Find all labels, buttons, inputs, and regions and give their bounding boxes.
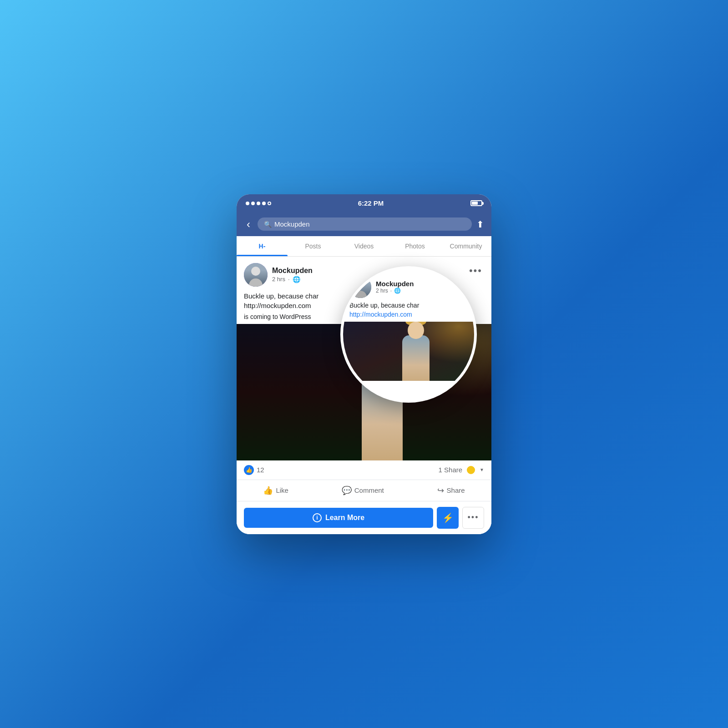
like-thumb-icon: 👍 bbox=[244, 465, 254, 475]
like-label: Like bbox=[276, 486, 288, 494]
search-text: Mockupden bbox=[274, 220, 310, 228]
post-meta: Mockupden 2 hrs · 🌐 bbox=[272, 267, 313, 283]
battery-indicator bbox=[470, 200, 482, 206]
share-action-icon: ↪ bbox=[437, 485, 444, 495]
comment-icon: 💬 bbox=[342, 485, 352, 495]
dropdown-arrow-icon: ▼ bbox=[480, 467, 484, 472]
zoom-more-icon: ••• bbox=[455, 282, 468, 292]
like-button[interactable]: 👍 Like bbox=[256, 482, 296, 499]
zoom-visibility-icon: 🌐 bbox=[394, 288, 401, 294]
zoom-username: Mockupden bbox=[376, 280, 414, 288]
search-icon: 🔍 bbox=[264, 221, 272, 228]
share-action-button[interactable]: ↪ Share bbox=[430, 482, 472, 499]
zoom-avatar bbox=[349, 276, 371, 298]
like-icon: 👍 bbox=[263, 485, 273, 495]
zoom-link[interactable]: http://mockupden.com bbox=[349, 311, 468, 318]
zoom-circle: Mockupden 2 hrs · 🌐 ••• Buckle up, becau… bbox=[340, 266, 477, 403]
post-username: Mockupden bbox=[272, 267, 313, 275]
more-options-button[interactable]: ••• bbox=[462, 507, 484, 529]
share-label: Share bbox=[447, 486, 465, 494]
post-time-row: 2 hrs · 🌐 bbox=[272, 276, 313, 283]
learn-more-button[interactable]: i Learn More bbox=[244, 508, 433, 528]
status-time: 6:22 PM bbox=[358, 199, 384, 207]
status-bar: 6:22 PM bbox=[237, 194, 491, 212]
zoom-caption: Buckle up, because char bbox=[349, 302, 468, 309]
phone-frame: 6:22 PM ‹ 🔍 Mockupden ⬆ H- Posts Videos … bbox=[237, 194, 491, 534]
likes-count: 👍 12 bbox=[244, 465, 264, 475]
back-button[interactable]: ‹ bbox=[244, 217, 253, 232]
tab-bar: H- Posts Videos Photos Community bbox=[237, 236, 491, 257]
more-options-icon: ••• bbox=[468, 513, 479, 522]
visibility-icon: 🌐 bbox=[293, 276, 300, 283]
share-avatar bbox=[466, 465, 476, 475]
post-caption-text: Buckle up, because char bbox=[244, 292, 318, 300]
comment-button[interactable]: 💬 Comment bbox=[334, 482, 391, 499]
zoom-image bbox=[343, 322, 474, 381]
avatar bbox=[244, 263, 268, 287]
shares-text: 1 Share bbox=[439, 466, 463, 474]
tab-community[interactable]: Community bbox=[440, 236, 491, 256]
tab-posts[interactable]: Posts bbox=[288, 236, 339, 256]
learn-more-label: Learn More bbox=[325, 514, 364, 522]
messenger-icon: ⚡ bbox=[442, 512, 454, 523]
action-bar: 👍 Like 💬 Comment ↪ Share bbox=[237, 480, 491, 501]
signal-dots bbox=[246, 202, 271, 205]
zoom-text-area: Buckle up, because char http://mockupden… bbox=[343, 302, 474, 322]
comment-label: Comment bbox=[354, 486, 384, 494]
bottom-bar: i Learn More ⚡ ••• bbox=[237, 501, 491, 534]
search-bar[interactable]: 🔍 Mockupden bbox=[258, 217, 472, 231]
likes-number: 12 bbox=[257, 466, 264, 474]
stats-bar: 👍 12 1 Share ▼ bbox=[237, 460, 491, 480]
post-time: 2 hrs bbox=[272, 276, 285, 283]
separator: · bbox=[288, 276, 290, 283]
post-user-info: Mockupden 2 hrs · 🌐 bbox=[244, 263, 313, 287]
nav-bar: ‹ 🔍 Mockupden ⬆ bbox=[237, 212, 491, 236]
zoom-time: 2 hrs bbox=[376, 288, 388, 294]
tab-photos[interactable]: Photos bbox=[389, 236, 440, 256]
tab-home[interactable]: H- bbox=[237, 236, 288, 256]
shares-count: 1 Share ▼ bbox=[439, 465, 484, 475]
messenger-button[interactable]: ⚡ bbox=[437, 507, 459, 529]
info-circle-icon: i bbox=[313, 513, 322, 522]
post-link[interactable]: http://mockupden.com bbox=[244, 302, 311, 309]
tab-videos[interactable]: Videos bbox=[339, 236, 389, 256]
zoom-post-header: Mockupden 2 hrs · 🌐 ••• bbox=[343, 269, 474, 302]
share-button[interactable]: ⬆ bbox=[476, 219, 484, 230]
